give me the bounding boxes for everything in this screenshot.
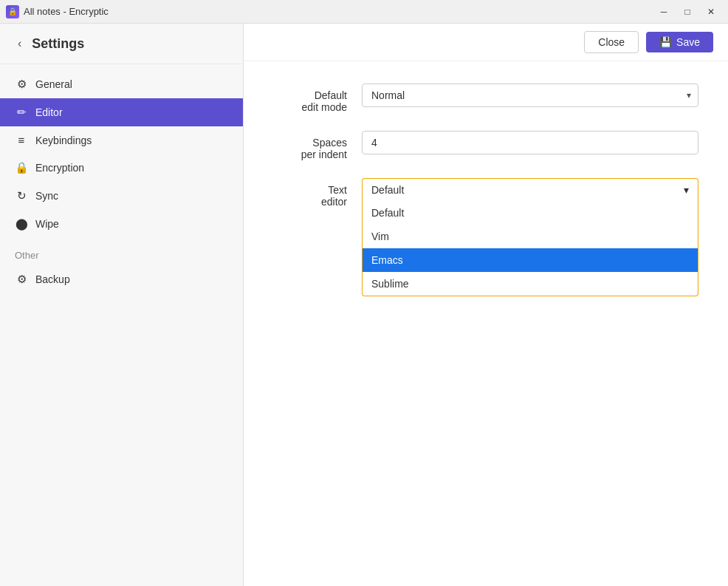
text-editor-select-display[interactable]: Default ▾ <box>362 178 698 201</box>
sidebar-item-label-backup: Backup <box>35 273 70 285</box>
dropdown-item-default[interactable]: Default <box>363 201 698 225</box>
sidebar-item-encryption[interactable]: 🔒 Encryption <box>0 154 243 182</box>
window-close-button[interactable]: ✕ <box>700 3 722 21</box>
sidebar-item-keybindings[interactable]: ≡ Keybindings <box>0 126 243 154</box>
minimize-button[interactable]: ─ <box>653 3 675 21</box>
show-line-numbers-label-spacer <box>273 237 362 243</box>
sidebar-item-editor[interactable]: ✏ Editor <box>0 98 243 126</box>
maximize-button[interactable]: □ <box>676 3 698 21</box>
sidebar-item-label-wipe: Wipe <box>35 218 59 230</box>
sidebar-item-label-encryption: Encryption <box>35 162 84 174</box>
dropdown-item-vim[interactable]: Vim <box>363 225 698 248</box>
sidebar-nav: ⚙ General ✏ Editor ≡ Keybindings 🔒 Encry… <box>0 64 243 299</box>
main-content: Close 💾 Save Default edit mode Normal Pr… <box>244 24 728 586</box>
spaces-per-indent-control <box>362 131 698 154</box>
app-body: ‹ Settings ⚙ General ✏ Editor ≡ Keybindi… <box>0 24 728 586</box>
lock-icon: 🔒 <box>15 161 28 174</box>
other-section-label: Other <box>0 238 243 265</box>
text-editor-dropdown-list: Default Vim Emacs Sublime <box>362 201 698 296</box>
save-button[interactable]: 💾 Save <box>646 32 713 52</box>
default-edit-mode-row: Default edit mode Normal Preview Split ▾ <box>273 84 698 113</box>
sidebar-item-label-sync: Sync <box>35 190 58 202</box>
sidebar-item-backup[interactable]: ⚙ Backup <box>0 265 243 293</box>
list-icon: ≡ <box>15 134 28 146</box>
back-button[interactable]: ‹ <box>15 35 24 52</box>
sidebar: ‹ Settings ⚙ General ✏ Editor ≡ Keybindi… <box>0 24 244 586</box>
dropdown-item-emacs[interactable]: Emacs <box>363 248 698 272</box>
titlebar-left: 🔒 All notes - Encryptic <box>6 5 109 18</box>
sidebar-item-label-keybindings: Keybindings <box>35 134 92 146</box>
sidebar-header: ‹ Settings <box>0 24 243 64</box>
save-label: Save <box>676 36 700 48</box>
gear-icon: ⚙ <box>15 78 28 91</box>
sidebar-item-label-editor: Editor <box>35 106 63 118</box>
default-edit-mode-select-wrapper: Normal Preview Split ▾ <box>362 84 698 107</box>
text-editor-control: Default ▾ Default Vim Emacs Sublime <box>362 178 698 201</box>
default-edit-mode-control: Normal Preview Split ▾ <box>362 84 698 107</box>
sidebar-item-label-general: General <box>35 78 72 90</box>
app-icon: 🔒 <box>6 5 19 18</box>
sidebar-item-wipe[interactable]: ⬤ Wipe <box>0 210 243 238</box>
default-edit-mode-label: Default edit mode <box>273 84 362 113</box>
titlebar: 🔒 All notes - Encryptic ─ □ ✕ <box>0 0 728 24</box>
save-icon: 💾 <box>659 36 672 48</box>
backup-icon: ⚙ <box>15 273 28 286</box>
sync-icon: ↻ <box>15 189 28 202</box>
content-header: Close 💾 Save <box>244 24 728 61</box>
sidebar-title: Settings <box>32 36 84 52</box>
text-editor-label: Text editor <box>273 178 362 208</box>
spaces-per-indent-label: Spaces per indent <box>273 131 362 160</box>
titlebar-controls: ─ □ ✕ <box>653 3 722 21</box>
default-edit-mode-select[interactable]: Normal Preview Split <box>362 84 698 107</box>
sidebar-scroll[interactable]: ⚙ General ✏ Editor ≡ Keybindings 🔒 Encry… <box>0 64 243 586</box>
circle-icon: ⬤ <box>15 217 28 231</box>
content-scroll[interactable]: Default edit mode Normal Preview Split ▾… <box>244 61 728 586</box>
chevron-down-icon: ▾ <box>684 184 689 196</box>
text-editor-current-value: Default <box>371 184 404 196</box>
sidebar-item-general[interactable]: ⚙ General <box>0 70 243 98</box>
spaces-per-indent-row: Spaces per indent <box>273 131 698 160</box>
sidebar-item-sync[interactable]: ↻ Sync <box>0 182 243 210</box>
text-editor-row: Text editor Default ▾ Default Vim Emacs … <box>273 178 698 208</box>
close-button[interactable]: Close <box>584 31 639 53</box>
titlebar-title: All notes - Encryptic <box>24 6 109 17</box>
pencil-icon: ✏ <box>15 106 28 119</box>
dropdown-item-sublime[interactable]: Sublime <box>363 272 698 296</box>
spaces-per-indent-input[interactable] <box>362 131 698 154</box>
